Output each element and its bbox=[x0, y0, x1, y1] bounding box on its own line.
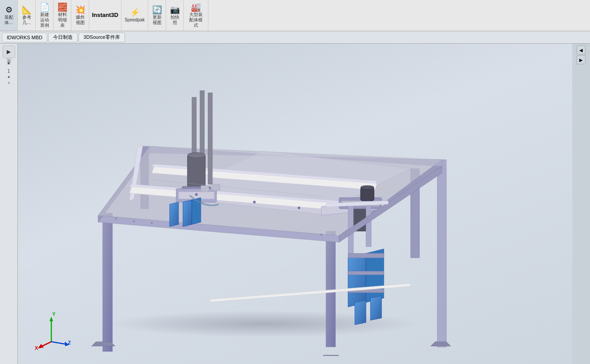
svg-marker-77 bbox=[431, 342, 451, 346]
toolbar-speedpak[interactable]: ⚡ Speedpak bbox=[121, 0, 148, 31]
machine-3d-view bbox=[62, 66, 500, 356]
right-collapse-btn[interactable]: ◀ bbox=[577, 46, 586, 54]
cailiao-label: 材料明细表 bbox=[58, 12, 67, 28]
svg-point-72 bbox=[320, 234, 323, 236]
svg-rect-73 bbox=[437, 169, 446, 343]
left-panel: ▶ ▲ 完 1 ✦ ✧ bbox=[0, 44, 18, 364]
svg-point-69 bbox=[115, 218, 117, 220]
left-label-1: 1 bbox=[8, 69, 10, 74]
svg-point-80 bbox=[195, 193, 198, 196]
secondary-toolbar: IDWORKS MBD 今日制造 3DSource零件库 bbox=[0, 31, 590, 44]
jrz-button[interactable]: 今日制造 bbox=[48, 33, 78, 42]
right-expand-btn[interactable]: ▶ bbox=[577, 55, 586, 64]
main-viewport[interactable]: Y X Z bbox=[18, 44, 572, 364]
cankao-label: 参考几… bbox=[22, 15, 31, 25]
left-label-sym1: ✦ bbox=[7, 75, 11, 79]
svg-point-87 bbox=[361, 186, 374, 189]
svg-marker-62 bbox=[348, 253, 366, 307]
svg-marker-90 bbox=[50, 317, 53, 321]
mbd-button[interactable]: IDWORKS MBD bbox=[2, 33, 47, 42]
svg-marker-52 bbox=[183, 200, 192, 227]
xinjian-label: 新建运动算例 bbox=[40, 12, 49, 28]
svg-rect-85 bbox=[212, 184, 220, 190]
toolbar-cankao[interactable]: 📐 参考几… bbox=[18, 0, 36, 31]
gengxin-label: 更新视图 bbox=[153, 15, 162, 25]
toolbar-xinjian[interactable]: 📄 新建运动算例 bbox=[36, 0, 54, 31]
main-toolbar: ⚙ 装配体… 📐 参考几… 📄 新建运动算例 🧱 材料明细表 💥 爆炸视图 In… bbox=[0, 0, 590, 31]
svg-rect-46 bbox=[208, 93, 212, 184]
xinjian-icon: 📄 bbox=[40, 3, 50, 11]
svg-rect-61 bbox=[366, 202, 371, 247]
daxing-icon: 🏭 bbox=[191, 3, 201, 11]
toolbar-paizhao[interactable]: 📷 拍快照 bbox=[166, 0, 184, 31]
svg-text:X: X bbox=[35, 345, 38, 351]
gengxin-icon: 🔄 bbox=[152, 6, 162, 14]
svg-point-82 bbox=[298, 207, 300, 209]
svg-rect-28 bbox=[103, 213, 112, 352]
paizhao-label: 拍快照 bbox=[170, 15, 179, 25]
speedpak-label: Speedpak bbox=[125, 17, 145, 23]
toolbar-baofa[interactable]: 💥 爆炸视图 bbox=[71, 0, 89, 31]
svg-point-48 bbox=[187, 153, 205, 158]
svg-rect-67 bbox=[348, 271, 384, 275]
svg-line-95 bbox=[51, 342, 67, 344]
svg-rect-86 bbox=[361, 187, 374, 201]
svg-marker-64 bbox=[355, 300, 366, 325]
svg-rect-66 bbox=[348, 253, 384, 258]
axis-indicator: Y X Z bbox=[31, 310, 71, 351]
right-panel-collapse: ◀ ▶ bbox=[572, 44, 590, 364]
cailiao-icon: 🧱 bbox=[58, 3, 67, 11]
paizhao-icon: 📷 bbox=[170, 6, 180, 14]
toolbar-instant3d[interactable]: Instant3D bbox=[89, 0, 121, 31]
cankao-icon: 📐 bbox=[22, 6, 32, 14]
svg-point-70 bbox=[133, 220, 135, 223]
zhuangpei-label: 装配体… bbox=[4, 15, 13, 25]
speedpak-icon: ⚡ bbox=[130, 8, 140, 17]
daxing-label: 大型装配体模式 bbox=[189, 12, 203, 28]
svg-marker-76 bbox=[319, 355, 343, 356]
toolbar-daxing[interactable]: 🏭 大型装配体模式 bbox=[184, 0, 208, 31]
instant3d-icon: Instant3D bbox=[92, 12, 118, 18]
baofa-label: 爆炸视图 bbox=[76, 15, 85, 25]
svg-marker-54 bbox=[170, 202, 179, 227]
svg-rect-84 bbox=[201, 186, 209, 192]
toolbar-zhuangpei[interactable]: ⚙ 装配体… bbox=[0, 0, 18, 31]
svg-marker-65 bbox=[370, 296, 382, 320]
left-label-sym2: ✧ bbox=[7, 81, 11, 85]
up-arrow-button[interactable]: ▲ bbox=[6, 59, 12, 66]
zhuangpei-icon: ⚙ bbox=[5, 6, 12, 14]
svg-point-81 bbox=[253, 201, 256, 203]
toolbar-gengxin[interactable]: 🔄 更新视图 bbox=[148, 0, 166, 31]
expand-icon: ▶ bbox=[7, 49, 11, 55]
baofa-icon: 💥 bbox=[75, 6, 85, 14]
toolbar-cailiao[interactable]: 🧱 材料明细表 bbox=[54, 0, 71, 31]
svg-rect-24 bbox=[326, 231, 336, 347]
expand-button[interactable]: ▶ bbox=[3, 46, 15, 58]
svg-point-71 bbox=[151, 222, 153, 224]
3dsource-button[interactable]: 3DSource零件库 bbox=[79, 33, 125, 42]
svg-text:Z: Z bbox=[68, 340, 71, 345]
svg-text:Y: Y bbox=[52, 311, 56, 317]
